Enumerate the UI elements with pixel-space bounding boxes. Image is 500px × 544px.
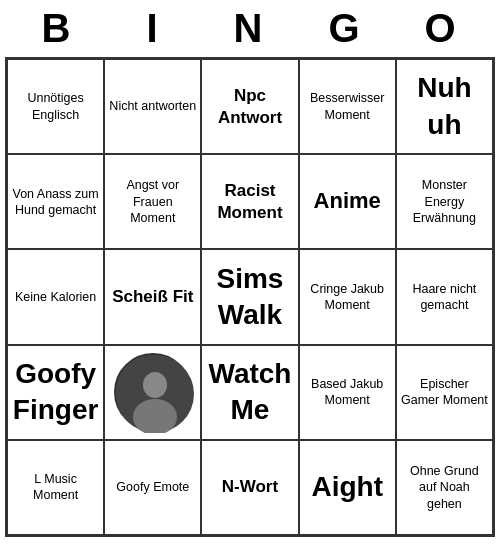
- title-g: G: [298, 6, 394, 51]
- cell-11: Scheiß Fit: [104, 249, 201, 344]
- cell-text-5: Von Anass zum Hund gemacht: [12, 186, 99, 219]
- cell-text-4: Nuh uh: [401, 70, 488, 143]
- cell-3: Besserwisser Moment: [299, 59, 396, 154]
- cell-16: [104, 345, 201, 440]
- cell-text-2: Npc Antwort: [206, 85, 293, 129]
- cell-21: Goofy Emote: [104, 440, 201, 535]
- cell-24: Ohne Grund auf Noah gehen: [396, 440, 493, 535]
- cell-1: Nicht antworten: [104, 59, 201, 154]
- cell-text-8: Anime: [314, 187, 381, 216]
- cell-text-14: Haare nicht gemacht: [401, 281, 488, 314]
- cell-text-12: Sims Walk: [206, 261, 293, 334]
- cell-text-21: Goofy Emote: [116, 479, 189, 495]
- cell-15: Goofy Finger: [7, 345, 104, 440]
- cell-4: Nuh uh: [396, 59, 493, 154]
- cell-text-0: Unnötiges Englisch: [12, 90, 99, 123]
- cell-7: Racist Moment: [201, 154, 298, 249]
- cell-text-6: Angst vor Frauen Moment: [109, 177, 196, 226]
- cell-text-19: Epischer Gamer Moment: [401, 376, 488, 409]
- bingo-grid: Unnötiges EnglischNicht antwortenNpc Ant…: [5, 57, 495, 537]
- cell-text-1: Nicht antworten: [109, 98, 196, 114]
- cell-0: Unnötiges Englisch: [7, 59, 104, 154]
- cell-text-15: Goofy Finger: [12, 356, 99, 429]
- person-image: [114, 353, 192, 431]
- title-o: O: [394, 6, 490, 51]
- cell-23: Aight: [299, 440, 396, 535]
- cell-text-18: Based Jakub Moment: [304, 376, 391, 409]
- cell-text-9: Monster Energy Erwähnung: [401, 177, 488, 226]
- cell-text-3: Besserwisser Moment: [304, 90, 391, 123]
- cell-20: L Music Moment: [7, 440, 104, 535]
- cell-8: Anime: [299, 154, 396, 249]
- cell-9: Monster Energy Erwähnung: [396, 154, 493, 249]
- cell-text-10: Keine Kalorien: [15, 289, 96, 305]
- cell-12: Sims Walk: [201, 249, 298, 344]
- cell-text-11: Scheiß Fit: [112, 286, 193, 308]
- cell-text-24: Ohne Grund auf Noah gehen: [401, 463, 488, 512]
- cell-14: Haare nicht gemacht: [396, 249, 493, 344]
- cell-text-17: Watch Me: [206, 356, 293, 429]
- cell-10: Keine Kalorien: [7, 249, 104, 344]
- cell-5: Von Anass zum Hund gemacht: [7, 154, 104, 249]
- cell-text-23: Aight: [311, 469, 383, 505]
- cell-18: Based Jakub Moment: [299, 345, 396, 440]
- title-n: N: [202, 6, 298, 51]
- cell-22: N-Wort: [201, 440, 298, 535]
- cell-6: Angst vor Frauen Moment: [104, 154, 201, 249]
- cell-text-22: N-Wort: [222, 476, 278, 498]
- cell-2: Npc Antwort: [201, 59, 298, 154]
- cell-17: Watch Me: [201, 345, 298, 440]
- svg-point-1: [143, 372, 167, 398]
- title-i: I: [106, 6, 202, 51]
- cell-text-20: L Music Moment: [12, 471, 99, 504]
- cell-13: Cringe Jakub Moment: [299, 249, 396, 344]
- cell-text-13: Cringe Jakub Moment: [304, 281, 391, 314]
- title-b: B: [10, 6, 106, 51]
- cell-19: Epischer Gamer Moment: [396, 345, 493, 440]
- cell-text-7: Racist Moment: [206, 180, 293, 224]
- bingo-title: B I N G O: [0, 0, 500, 57]
